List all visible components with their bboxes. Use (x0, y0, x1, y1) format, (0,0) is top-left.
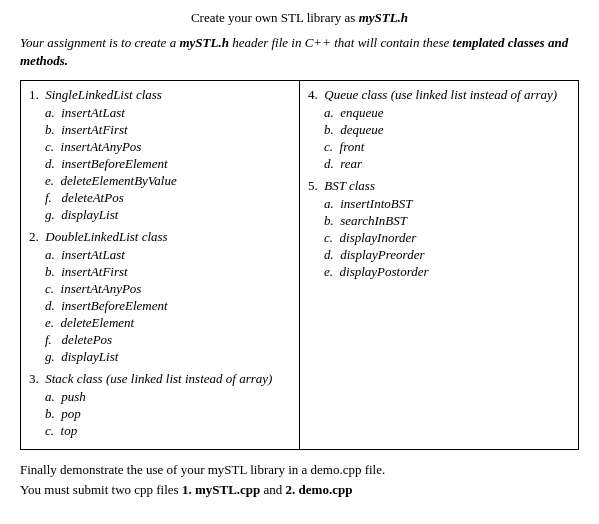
list-item: e. deleteElement (45, 315, 291, 331)
list-item: f. deleteAtPos (45, 190, 291, 206)
list-item: c. insertAtAnyPos (45, 139, 291, 155)
list-item: d. rear (324, 156, 570, 172)
list-item: 2. DoubleLinkedList class a. insertAtLas… (29, 229, 291, 365)
item-number: 3. (29, 371, 45, 386)
right-list: 4. Queue class (use linked list instead … (308, 87, 570, 280)
list-item: a. insertIntoBST (324, 196, 570, 212)
list-item: 3. Stack class (use linked list instead … (29, 371, 291, 439)
list-item: d. insertBeforeElement (45, 156, 291, 172)
item-label: BST class (324, 178, 375, 193)
list-item: a. insertAtLast (45, 105, 291, 121)
list-item: f. deletePos (45, 332, 291, 348)
title-highlight: mySTL.h (359, 10, 408, 25)
list-item: b. insertAtFirst (45, 122, 291, 138)
list-item: 5. BST class a. insertIntoBST b. searchI… (308, 178, 570, 280)
item-label: SingleLinkedList class (45, 87, 162, 102)
sub-list: a. enqueue b. dequeue c. front d. rear (308, 105, 570, 172)
page-title: Create your own STL library as mySTL.h (20, 10, 579, 26)
sub-list: a. insertAtLast b. insertAtFirst c. inse… (29, 105, 291, 223)
list-item: c. insertAtAnyPos (45, 281, 291, 297)
list-item: d. displayPreorder (324, 247, 570, 263)
list-item: c. displayInorder (324, 230, 570, 246)
left-column: 1. SingleLinkedList class a. insertAtLas… (21, 81, 300, 450)
list-item: a. push (45, 389, 291, 405)
list-item: a. enqueue (324, 105, 570, 121)
sub-list: a. push b. pop c. top (29, 389, 291, 439)
desc-text: Your assignment is to create a mySTL.h h… (20, 35, 568, 68)
item-number: 4. (308, 87, 324, 102)
left-list: 1. SingleLinkedList class a. insertAtLas… (29, 87, 291, 439)
content-table: 1. SingleLinkedList class a. insertAtLas… (20, 80, 579, 450)
title-prefix: Create your own STL library as (191, 10, 359, 25)
list-item: b. insertAtFirst (45, 264, 291, 280)
item-label: Queue class (use linked list instead of … (324, 87, 557, 102)
sub-list: a. insertIntoBST b. searchInBST c. displ… (308, 196, 570, 280)
list-item: c. front (324, 139, 570, 155)
list-item: g. displayList (45, 207, 291, 223)
list-item: b. searchInBST (324, 213, 570, 229)
right-column: 4. Queue class (use linked list instead … (300, 81, 579, 450)
item-number: 5. (308, 178, 324, 193)
list-item: b. dequeue (324, 122, 570, 138)
item-number: 2. (29, 229, 45, 244)
item-label: Stack class (use linked list instead of … (45, 371, 272, 386)
list-item: a. insertAtLast (45, 247, 291, 263)
list-item: b. pop (45, 406, 291, 422)
item-number: 1. (29, 87, 45, 102)
list-item: 1. SingleLinkedList class a. insertAtLas… (29, 87, 291, 223)
footer-line2: You must submit two cpp files 1. mySTL.c… (20, 482, 352, 497)
list-item: e. displayPostorder (324, 264, 570, 280)
list-item: e. deleteElementByValue (45, 173, 291, 189)
list-item: d. insertBeforeElement (45, 298, 291, 314)
list-item: g. displayList (45, 349, 291, 365)
item-label: DoubleLinkedList class (45, 229, 167, 244)
footer-line1: Finally demonstrate the use of your myST… (20, 462, 385, 477)
sub-list: a. insertAtLast b. insertAtFirst c. inse… (29, 247, 291, 365)
list-item: 4. Queue class (use linked list instead … (308, 87, 570, 172)
assignment-description: Your assignment is to create a mySTL.h h… (20, 34, 579, 70)
list-item: c. top (45, 423, 291, 439)
footer: Finally demonstrate the use of your myST… (20, 460, 579, 499)
